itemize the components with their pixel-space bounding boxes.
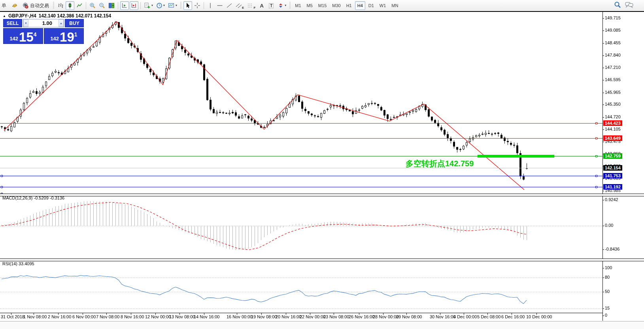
cursor-button[interactable] xyxy=(183,1,192,10)
chevron-down-icon: ▾ xyxy=(285,4,286,7)
chart-shift-button[interactable] xyxy=(130,1,138,10)
line-handle[interactable] xyxy=(595,122,597,124)
text-tool-button[interactable]: A xyxy=(257,1,266,10)
time-axis-tick xyxy=(34,313,34,315)
horizontal-scrollbar[interactable] xyxy=(0,321,644,329)
collapse-triangle-icon[interactable]: ▲ xyxy=(3,14,6,18)
fibonacci-tool-button[interactable]: F xyxy=(246,1,257,10)
pivot-annotation[interactable]: 多空转折点142.759 xyxy=(406,158,474,169)
vertical-line-tool-button[interactable] xyxy=(206,1,215,10)
fibonacci-icon xyxy=(247,2,253,9)
trendline-tool-button[interactable] xyxy=(225,1,234,10)
zoom-in-button[interactable] xyxy=(88,1,97,10)
line-handle[interactable] xyxy=(1,175,3,177)
time-axis-tick xyxy=(83,313,83,315)
candlestick-chart-button[interactable] xyxy=(66,1,74,10)
price-axis-label: 143.475 xyxy=(605,139,621,144)
pane-splitter[interactable] xyxy=(0,259,644,261)
time-axis-label: 2 Nov 16:00 xyxy=(48,314,71,319)
horizontal-line-tool-button[interactable] xyxy=(215,1,224,10)
time-axis-label: 22 Nov 00:00 xyxy=(300,314,325,319)
macd-axis-label: 0.00 xyxy=(605,223,613,228)
toolbar-separator xyxy=(118,2,118,9)
time-axis-tick xyxy=(334,313,334,315)
time-axis-tick xyxy=(406,313,407,315)
label-tool-button[interactable]: T xyxy=(267,1,276,10)
clock-icon xyxy=(156,2,162,9)
line-chart-button[interactable] xyxy=(75,1,84,10)
tab-timeframe-mn[interactable]: MN xyxy=(389,1,400,10)
horizontal-line-141.192[interactable] xyxy=(0,187,602,187)
line-handle[interactable] xyxy=(595,137,597,139)
tab-timeframe-h4[interactable]: H4 xyxy=(355,1,365,10)
channel-tool-button[interactable]: E xyxy=(234,1,245,10)
time-axis-tick xyxy=(179,313,180,315)
tab-timeframe-m1[interactable]: M1 xyxy=(293,1,303,10)
tab-timeframe-m15[interactable]: M15 xyxy=(316,1,329,10)
time-axis-label: 14 Nov 16:00 xyxy=(194,314,219,319)
time-axis-tick xyxy=(237,313,237,315)
time-axis-label: 13 Nov 08:00 xyxy=(169,314,195,319)
buy-button[interactable]: BUY xyxy=(65,19,84,27)
add-indicator-button[interactable]: ▾ xyxy=(143,1,154,10)
macd-axis-label: -0.8436 xyxy=(605,247,619,251)
auto-scroll-button[interactable] xyxy=(120,1,129,10)
support-zone-bar[interactable] xyxy=(478,155,554,158)
chart-shift-icon xyxy=(131,2,137,9)
toolbar-grip xyxy=(180,2,181,9)
volume-increase-button[interactable]: ▲ xyxy=(59,19,64,27)
arrows-tool-button[interactable]: ▾ xyxy=(276,1,287,10)
price-axis-label: 141.615 xyxy=(605,176,621,181)
tab-timeframe-w1[interactable]: W1 xyxy=(377,1,389,10)
tab-timeframe-d1[interactable]: D1 xyxy=(366,1,376,10)
horizontal-line-142.154[interactable] xyxy=(0,168,602,168)
horizontal-line-141.753[interactable] xyxy=(0,176,602,176)
line-handle[interactable] xyxy=(595,175,597,177)
time-axis-tick xyxy=(383,313,383,315)
macd-indicator-canvas[interactable] xyxy=(0,195,602,259)
buy-price-display[interactable]: 142191 xyxy=(44,28,84,44)
pane-splitter[interactable] xyxy=(0,194,644,196)
buy-price-sup: 1 xyxy=(74,31,77,38)
volume-stepper: ▼ 1.00 ▲ xyxy=(23,19,64,27)
sell-button[interactable]: SELL xyxy=(3,19,22,27)
volume-decrease-button[interactable]: ▼ xyxy=(23,19,28,27)
rsi-indicator-canvas[interactable] xyxy=(0,261,602,313)
time-axis-label: 6 Nov 00:00 xyxy=(72,314,96,319)
text-tool-icon: A xyxy=(260,3,264,9)
chat-icon[interactable] xyxy=(625,1,634,10)
horizontal-line-143.649[interactable] xyxy=(0,138,602,139)
window-border xyxy=(0,11,644,12)
autotrade-button[interactable]: 自动交易 xyxy=(20,1,51,10)
candlestick-chart-icon xyxy=(67,2,73,9)
trade-history-button[interactable] xyxy=(10,1,19,10)
price-badge-142.154: 142.154 xyxy=(603,165,622,171)
new-order-button-partial[interactable]: 单 xyxy=(0,1,9,10)
arrows-icon xyxy=(278,2,284,9)
bar-chart-button[interactable] xyxy=(56,1,65,10)
toolbar-separator xyxy=(140,2,141,9)
search-icon[interactable] xyxy=(614,1,621,10)
time-axis-label: 31 Oct 2018 xyxy=(1,314,25,319)
symbol-title: GBPJPY-,H4 xyxy=(8,13,36,19)
tile-windows-button[interactable] xyxy=(107,1,116,10)
sell-price-display[interactable]: 142154 xyxy=(3,28,43,44)
tab-timeframe-m5[interactable]: M5 xyxy=(304,1,315,10)
tab-timeframe-h1[interactable]: H1 xyxy=(344,1,354,10)
templates-button[interactable]: ▾ xyxy=(167,1,178,10)
price-axis-label: 145.350 xyxy=(605,102,621,106)
line-handle[interactable] xyxy=(595,155,597,157)
sell-price-big: 15 xyxy=(19,32,34,42)
buy-price-big: 19 xyxy=(60,32,74,42)
time-axis-tick xyxy=(487,313,488,315)
line-handle[interactable] xyxy=(595,186,597,188)
horizontal-line-144.423[interactable] xyxy=(0,123,602,124)
tab-timeframe-m30[interactable]: M30 xyxy=(330,1,343,10)
zoom-out-button[interactable] xyxy=(98,1,106,10)
crosshair-button[interactable] xyxy=(193,1,202,10)
line-handle[interactable] xyxy=(1,186,3,188)
price-chart-canvas[interactable] xyxy=(0,12,602,194)
timeframes-menu-button[interactable]: ▾ xyxy=(155,1,166,10)
rsi-axis-label: 15 xyxy=(605,306,610,310)
volume-input[interactable]: 1.00 xyxy=(28,19,59,27)
